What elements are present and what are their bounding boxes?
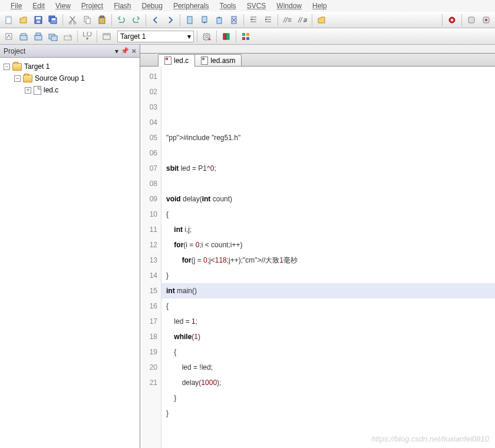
collapse-icon[interactable]: − xyxy=(14,75,21,82)
svg-rect-28 xyxy=(36,33,41,35)
panel-pin-icon[interactable]: 📌 xyxy=(121,47,129,55)
bookmark-icon[interactable] xyxy=(183,14,196,26)
tab-led-c[interactable]: led.c xyxy=(158,54,195,66)
menu-help[interactable]: Help xyxy=(312,2,327,10)
project-panel: Project ▾ 📌 × − Target 1 − Source Group … xyxy=(0,45,140,448)
uncomment-icon[interactable]: //≢ xyxy=(296,14,309,26)
svg-rect-14 xyxy=(187,16,192,24)
svg-rect-38 xyxy=(242,33,245,36)
svg-rect-36 xyxy=(223,34,226,39)
panel-close-icon[interactable]: × xyxy=(131,47,136,55)
menu-file[interactable]: File xyxy=(11,2,22,10)
svg-rect-41 xyxy=(246,37,249,40)
watermark: https://blog.csdn.net/liuxianfei0810 xyxy=(372,434,489,443)
redo-icon[interactable] xyxy=(130,14,143,26)
main-toolbar: //≡ //≢ xyxy=(0,12,495,28)
svg-point-24 xyxy=(485,19,487,21)
menu-svcs[interactable]: SVCS xyxy=(247,2,266,10)
target-options-icon[interactable] xyxy=(100,30,113,43)
cut-icon[interactable] xyxy=(66,14,79,26)
tree-root[interactable]: − Target 1 xyxy=(1,61,138,72)
batch-build-icon[interactable] xyxy=(47,30,60,43)
expand-icon[interactable]: + xyxy=(25,87,31,94)
c-file-icon xyxy=(164,57,171,65)
svg-rect-13 xyxy=(100,16,104,18)
nav-forward-icon[interactable] xyxy=(164,14,177,26)
svg-rect-3 xyxy=(36,17,41,19)
project-panel-title: Project xyxy=(4,47,25,55)
menu-peripherals[interactable]: Peripherals xyxy=(173,2,209,10)
svg-rect-4 xyxy=(37,21,40,23)
manage-components-icon[interactable] xyxy=(239,30,252,43)
paste-icon[interactable] xyxy=(95,14,108,26)
svg-rect-16 xyxy=(217,18,222,24)
project-panel-title-bar: Project ▾ 📌 × xyxy=(0,45,140,58)
options-icon[interactable] xyxy=(200,30,213,43)
copy-icon[interactable] xyxy=(81,14,94,26)
panel-menu-icon[interactable]: ▾ xyxy=(115,47,118,55)
outdent-icon[interactable] xyxy=(262,14,275,26)
tree-file[interactable]: + led.c xyxy=(1,84,138,96)
menu-bar: File Edit View Project Flash Debug Perip… xyxy=(0,0,495,12)
nav-back-icon[interactable] xyxy=(149,14,162,26)
line-gutter: 01 02 03 04 05 06 07 08 09 10 11 12 13 1… xyxy=(140,67,161,448)
tab-led-asm[interactable]: led.asm xyxy=(194,54,242,66)
breakpoint-toggle-icon[interactable] xyxy=(480,14,493,26)
svg-rect-15 xyxy=(202,16,207,22)
undo-icon[interactable] xyxy=(115,14,128,26)
build-icon[interactable] xyxy=(17,30,30,43)
code-content[interactable]: "pp">#include "reg51.h" sbit led = P1^0;… xyxy=(161,67,495,448)
menu-project[interactable]: Project xyxy=(81,2,103,10)
svg-rect-27 xyxy=(35,35,42,40)
tree-group-label: Source Group 1 xyxy=(35,74,85,82)
rebuild-icon[interactable] xyxy=(32,30,45,43)
svg-rect-22 xyxy=(468,17,474,23)
stop-build-icon[interactable] xyxy=(61,30,74,43)
debug-icon[interactable] xyxy=(446,14,458,26)
svg-point-35 xyxy=(206,35,208,38)
svg-rect-30 xyxy=(51,36,57,41)
svg-point-21 xyxy=(451,19,453,21)
folder-icon xyxy=(12,63,22,71)
folder-icon xyxy=(23,75,32,82)
open-file-icon[interactable] xyxy=(17,14,30,26)
code-editor[interactable]: 01 02 03 04 05 06 07 08 09 10 11 12 13 1… xyxy=(140,67,495,448)
save-all-icon[interactable] xyxy=(47,14,60,26)
target-value: Target 1 xyxy=(120,32,146,41)
file-icon xyxy=(34,86,41,95)
svg-text://≡: //≡ xyxy=(283,16,292,24)
editor-tabs: led.c led.asm xyxy=(140,54,495,67)
indent-icon[interactable] xyxy=(247,14,260,26)
target-selector[interactable]: Target 1 ▾ xyxy=(117,31,194,42)
save-icon[interactable] xyxy=(32,14,45,26)
comment-icon[interactable]: //≡ xyxy=(281,14,294,26)
bookmark-next-icon[interactable] xyxy=(213,14,226,26)
menu-view[interactable]: View xyxy=(55,2,71,10)
asm-file-icon xyxy=(201,57,208,65)
menu-edit[interactable]: Edit xyxy=(32,2,45,10)
bookmark-prev-icon[interactable] xyxy=(198,14,211,26)
svg-rect-1 xyxy=(6,16,11,18)
bookmark-clear-icon[interactable] xyxy=(227,14,240,26)
svg-rect-34 xyxy=(103,34,110,35)
menu-flash[interactable]: Flash xyxy=(114,2,131,10)
svg-rect-12 xyxy=(99,17,105,24)
build-toolbar: LOAD Target 1 ▾ xyxy=(0,28,495,45)
tab-label: led.c xyxy=(174,57,189,65)
tree-file-label: led.c xyxy=(44,86,58,94)
editor-area: led.c led.asm 01 02 03 04 05 06 07 08 09… xyxy=(140,45,495,448)
svg-rect-11 xyxy=(86,18,90,24)
find-folder-icon[interactable] xyxy=(315,14,328,26)
translate-icon[interactable] xyxy=(2,30,15,43)
menu-debug[interactable]: Debug xyxy=(142,2,163,10)
download-icon[interactable]: LOAD xyxy=(81,30,94,43)
new-file-icon[interactable] xyxy=(2,14,15,26)
collapse-icon[interactable]: − xyxy=(4,64,10,70)
svg-rect-40 xyxy=(242,37,245,40)
menu-window[interactable]: Window xyxy=(276,2,302,10)
breakpoint-icon[interactable] xyxy=(465,14,478,26)
tree-group[interactable]: − Source Group 1 xyxy=(1,72,138,84)
manage-books-icon[interactable] xyxy=(220,30,233,43)
menu-tools[interactable]: Tools xyxy=(220,2,236,10)
svg-text://≢: //≢ xyxy=(298,16,307,24)
